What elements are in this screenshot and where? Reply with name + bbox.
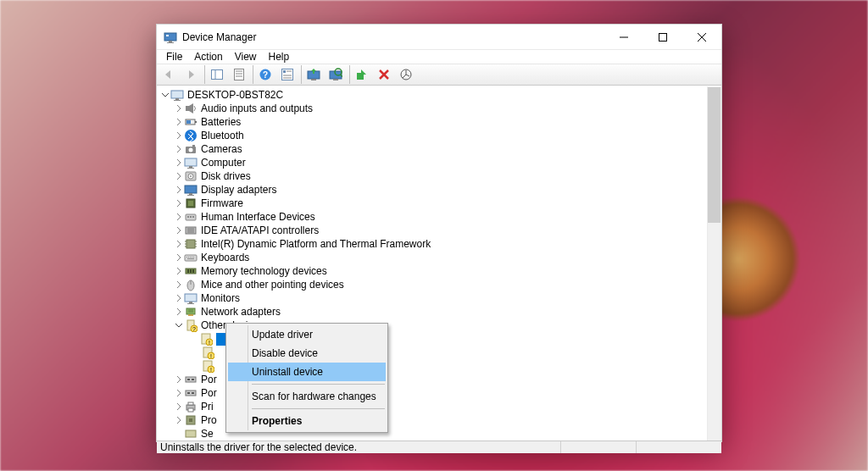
- expand-icon[interactable]: [174, 388, 184, 398]
- minimize-button[interactable]: [604, 25, 643, 50]
- expand-icon[interactable]: [174, 185, 184, 195]
- category-monitor[interactable]: Monitors: [157, 291, 721, 305]
- svg-rect-0: [164, 33, 176, 41]
- tree-root[interactable]: DESKTOP-0BST82C: [157, 88, 721, 102]
- expand-icon[interactable]: [174, 144, 184, 154]
- help-button[interactable]: ?: [255, 64, 275, 85]
- category-disk[interactable]: Disk drives: [157, 169, 721, 183]
- menu-file[interactable]: File: [160, 50, 188, 64]
- status-separator: [636, 441, 637, 453]
- expand-icon[interactable]: [174, 415, 184, 425]
- disable-device-button[interactable]: [396, 64, 416, 85]
- ide-icon: [184, 224, 198, 237]
- expand-icon[interactable]: [174, 130, 184, 141]
- menu-action[interactable]: Action: [188, 50, 228, 64]
- svg-rect-105: [192, 392, 194, 394]
- ctx-update-driver[interactable]: Update driver: [228, 325, 386, 344]
- toolbar-separator: [204, 65, 205, 84]
- network-icon: [184, 305, 198, 319]
- scrollbar-thumb[interactable]: [708, 87, 721, 223]
- collapse-icon[interactable]: [160, 90, 170, 100]
- svg-rect-8: [212, 70, 223, 80]
- category-label-partial: Pro: [201, 414, 217, 426]
- expand-icon[interactable]: [174, 402, 184, 412]
- svg-rect-2: [167, 42, 174, 43]
- battery-icon: [184, 115, 198, 129]
- expand-icon[interactable]: [174, 158, 184, 168]
- category-network[interactable]: Network adapters: [157, 305, 721, 319]
- properties-button[interactable]: [229, 64, 249, 85]
- category-hid[interactable]: Human Interface Devices: [157, 210, 721, 224]
- computer-icon: [184, 156, 198, 169]
- svg-rect-111: [186, 430, 196, 437]
- expand-icon[interactable]: [174, 198, 184, 208]
- expand-icon[interactable]: [174, 293, 184, 303]
- close-button[interactable]: [682, 25, 721, 50]
- status-separator: [560, 441, 561, 453]
- statusbar: Uninstalls the driver for the selected d…: [157, 441, 721, 453]
- category-camera[interactable]: Cameras: [157, 142, 721, 156]
- ctx-properties[interactable]: Properties: [228, 412, 386, 430]
- enable-device-button[interactable]: [352, 64, 372, 85]
- category-label-partial: Pri: [201, 401, 214, 413]
- unknown-device-icon: !: [201, 359, 214, 373]
- expand-icon[interactable]: [174, 171, 184, 181]
- svg-rect-50: [187, 195, 194, 196]
- category-label: IDE ATA/ATAPI controllers: [201, 224, 319, 236]
- category-display[interactable]: Display adapters: [157, 183, 721, 197]
- scan-hardware-button[interactable]: [326, 64, 346, 85]
- category-memory[interactable]: Memory technology devices: [157, 264, 721, 278]
- ctx-scan-hardware[interactable]: Scan for hardware changes: [228, 387, 386, 406]
- category-label: Mice and other pointing devices: [201, 279, 344, 291]
- category-bluetooth[interactable]: Bluetooth: [157, 129, 721, 142]
- expand-icon[interactable]: [174, 117, 184, 127]
- svg-text:?: ?: [192, 326, 196, 332]
- svg-rect-76: [187, 269, 189, 273]
- action-detail-button[interactable]: [277, 64, 298, 85]
- category-firmware[interactable]: Firmware: [157, 197, 721, 210]
- collapse-icon[interactable]: [174, 320, 184, 330]
- svg-rect-85: [188, 314, 193, 316]
- menu-view[interactable]: View: [229, 50, 263, 64]
- menu-help[interactable]: Help: [263, 50, 296, 64]
- category-audio[interactable]: Audio inputs and outputs: [157, 102, 721, 115]
- category-computer[interactable]: Computer: [157, 156, 721, 169]
- expand-icon[interactable]: [174, 225, 184, 236]
- menubar: File Action View Help: [157, 50, 721, 64]
- computer-icon: [170, 88, 184, 102]
- maximize-button[interactable]: [643, 25, 682, 50]
- category-intel[interactable]: Intel(R) Dynamic Platform and Thermal Fr…: [157, 237, 721, 251]
- firmware-icon: [184, 197, 198, 210]
- svg-rect-44: [187, 168, 194, 169]
- svg-rect-5: [659, 33, 667, 41]
- toolbar: ?: [157, 64, 721, 86]
- expand-icon[interactable]: [174, 374, 184, 385]
- expand-icon[interactable]: [174, 212, 184, 222]
- svg-rect-1: [169, 41, 172, 42]
- expand-icon[interactable]: [174, 252, 184, 263]
- category-label: Keyboards: [201, 252, 249, 263]
- ctx-uninstall-device[interactable]: Uninstall device: [228, 363, 386, 381]
- category-keyboard[interactable]: Keyboards: [157, 251, 721, 264]
- svg-rect-73: [193, 257, 194, 258]
- expand-icon[interactable]: [174, 103, 184, 114]
- svg-rect-72: [192, 257, 192, 258]
- uninstall-device-button[interactable]: [374, 64, 394, 85]
- app-icon: [164, 30, 177, 44]
- svg-rect-36: [195, 121, 197, 123]
- context-menu: Update driver Disable device Uninstall d…: [225, 323, 388, 433]
- update-driver-button[interactable]: [303, 64, 324, 85]
- ctx-disable-device[interactable]: Disable device: [228, 344, 386, 363]
- root-label: DESKTOP-0BST82C: [187, 89, 283, 101]
- svg-rect-77: [190, 269, 192, 273]
- expand-icon[interactable]: [174, 239, 184, 249]
- category-ide[interactable]: IDE ATA/ATAPI controllers: [157, 224, 721, 237]
- category-battery[interactable]: Batteries: [157, 115, 721, 129]
- category-mouse[interactable]: Mice and other pointing devices: [157, 278, 721, 291]
- expand-icon[interactable]: [174, 280, 184, 290]
- expand-icon[interactable]: [174, 266, 184, 276]
- svg-rect-107: [188, 402, 193, 405]
- scrollbar-vertical[interactable]: [707, 86, 721, 441]
- expand-icon[interactable]: [174, 307, 184, 317]
- show-hide-tree-button[interactable]: [207, 64, 227, 85]
